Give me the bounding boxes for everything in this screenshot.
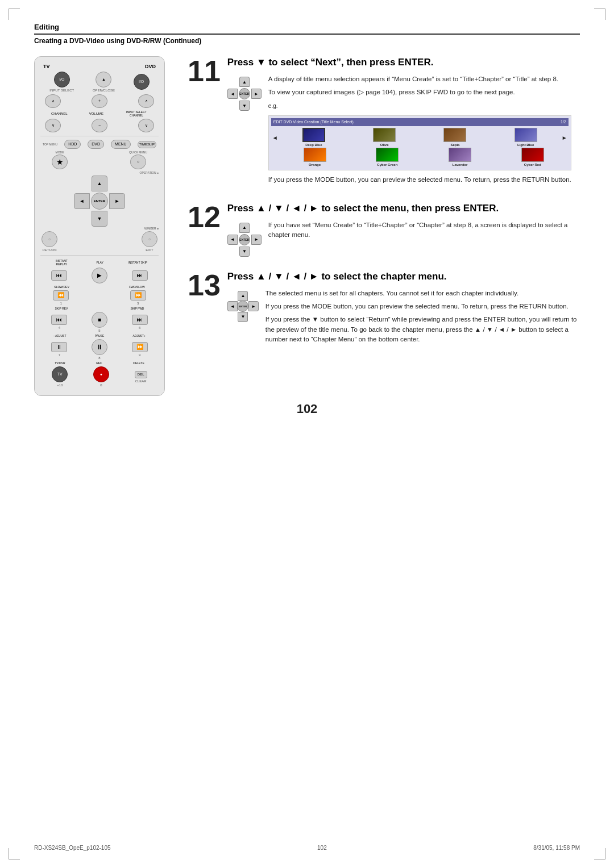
menu-thumb-orange (304, 148, 326, 162)
rec-button[interactable]: ● (93, 366, 109, 382)
step-12-title: Press ▲ / ▼ / ◄ / ► to select the menu, … (227, 202, 580, 215)
input-select-col: I/O INPUT SELECT (49, 72, 74, 92)
row-ch-vol-down: ∨ − ∨ (40, 119, 159, 132)
hdd-button[interactable]: HDD (64, 140, 81, 149)
star-button[interactable]: ★ (52, 155, 68, 169)
adjust-plus-button[interactable]: ⏩ (132, 342, 148, 352)
io-button[interactable]: I/O (54, 72, 70, 87)
step12-dpad-center: ENTER (239, 234, 250, 245)
return-label: RETURN (43, 248, 57, 252)
menu-grid-row2: Orange Cyber Green Lavende (279, 148, 569, 168)
menu-item-orange: Orange (279, 148, 351, 168)
step-12-content: Press ▲ / ▼ / ◄ / ► to select the menu, … (227, 202, 580, 257)
menu-button[interactable]: MENU (111, 140, 131, 149)
right-content: 11 Press ▼ to select “Next”, then press … (188, 56, 580, 396)
dpad-down-button[interactable]: ▼ (92, 211, 107, 227)
stop-button[interactable]: ■ (92, 312, 107, 328)
header-rule (34, 34, 580, 35)
channel-label: CHANNEL (51, 112, 68, 115)
step13-dpad-up: ▲ (238, 291, 248, 301)
step13-dpad-down: ▼ (238, 312, 248, 322)
row-instant-labels: INSTANT REPLAY PLAY INSTANT SKIP (40, 259, 159, 266)
open-close-label: OPEN/CLOSE (93, 89, 115, 92)
enter-button[interactable]: ENTER (91, 193, 108, 210)
instant-skip-button[interactable]: ⏭ (132, 270, 148, 281)
eg-text: e.g. (268, 103, 278, 109)
delete-button[interactable]: DEL (135, 371, 147, 378)
stop-col: ■ 5 (92, 312, 107, 332)
tv-dvr-button[interactable]: TV (52, 366, 68, 382)
step-11-body: ▲ ▼ ◄ ► ENTER A display of title menu se… (227, 74, 580, 189)
skip-fwd-label: SKIP FWD (130, 307, 144, 310)
row-slow-play-fwd: ⏪ 1 ⏩ 3 (40, 290, 159, 305)
pause-button[interactable]: ⏸ (92, 339, 107, 355)
menu-thumb-cyber-red (521, 148, 544, 162)
open-close-button[interactable]: ▲ (96, 72, 111, 87)
menu-nav-area: ◄ Deep Blue Olive (271, 128, 569, 148)
skip-fwd-button[interactable]: ⏭ (132, 315, 148, 325)
tv-dvr-label: TV/DVR (55, 361, 65, 365)
adjust-minus-button[interactable]: ⏸ (51, 342, 67, 352)
return-col: ○ RETURN (42, 231, 57, 252)
row-skip-labels: SKIP REV SKIP FWD (40, 307, 159, 310)
minus-button[interactable]: − (92, 119, 107, 132)
plus-button[interactable]: + (92, 94, 107, 108)
channel-down-button[interactable]: ∨ (45, 119, 61, 132)
step-13-block: 13 Press ▲ / ▼ / ◄ / ► to select the cha… (188, 270, 580, 348)
circle-button[interactable]: ○ (130, 155, 146, 169)
menu-label-sepia: Sepia (450, 143, 459, 148)
main-content: TV DVD I/O INPUT SELECT ▲ OPEN/CLOSE I/O (34, 56, 580, 396)
channel-up-button[interactable]: ∧ (45, 94, 61, 108)
remote-container: TV DVD I/O INPUT SELECT ▲ OPEN/CLOSE I/O (34, 56, 171, 396)
dpad-up-button[interactable]: ▲ (92, 176, 107, 191)
step12-dpad-right: ► (251, 235, 262, 245)
pause-col: ⏸ 8 (92, 339, 107, 360)
dpad-right-button[interactable]: ► (109, 193, 125, 209)
row-mode-quick: MODE ★ QUICK MENU ○ (40, 151, 159, 169)
return-button[interactable]: ○ (42, 231, 57, 247)
step-11-number: 11 (188, 56, 221, 86)
menu-label-light-blue: Light Blue (517, 143, 534, 148)
row-input-open: I/O INPUT SELECT ▲ OPEN/CLOSE I/O (40, 72, 159, 92)
skip-rev-button[interactable]: ⏮ (51, 315, 67, 325)
instant-replay-button[interactable]: ⏮ (51, 270, 67, 281)
row-skip-buttons: ⏮ 4 ■ 5 ⏭ 6 (40, 312, 159, 332)
top-menu-col: TOP MENU (43, 143, 57, 146)
play-button[interactable]: ▶ (92, 268, 107, 283)
exit-button[interactable]: ○ (142, 231, 157, 247)
ch-up-button[interactable]: ∧ (138, 94, 154, 108)
skip-rev-col: ⏮ 4 (51, 315, 67, 329)
row-hdd-dvd: TOP MENU HDD DVD MENU TIMESLIP (40, 140, 159, 149)
step-13-body: ▲ ▼ ◄ ► ENTER The selected menu is set f… (227, 289, 580, 348)
dvd-io-button[interactable]: I/O (134, 74, 150, 90)
instant-replay-label: INSTANT REPLAY (52, 259, 72, 266)
quick-menu-col: QUICK MENU ○ (129, 151, 147, 169)
ch-down-button[interactable]: ∨ (138, 119, 154, 132)
step-13-title: Press ▲ / ▼ / ◄ / ► to select the chapte… (227, 270, 580, 283)
rec-label: REC (96, 361, 102, 365)
remote-control: TV DVD I/O INPUT SELECT ▲ OPEN/CLOSE I/O (34, 56, 165, 396)
menu-grid-row1: Deep Blue Olive Sepia (279, 128, 561, 148)
dvd-button[interactable]: DVD (88, 140, 104, 149)
dpad-area: ▲ ▼ ◄ ► ENTER (40, 176, 159, 227)
fwd-slow-button[interactable]: ⏩ (130, 290, 146, 301)
step-13-para2: If you press the MODE button, you can pr… (265, 302, 580, 311)
step-12-text: If you have set “Menu Create” to “Title+… (268, 220, 580, 244)
dpad-left-button[interactable]: ◄ (74, 193, 90, 209)
step-13-para3: If you press the ▼ button to select “Ret… (265, 315, 580, 344)
slow-rev-label: SLOW/REV (54, 285, 69, 289)
menu-thumb-deep-blue (302, 128, 325, 142)
mini-dpad-up: ▲ (239, 77, 250, 87)
step-11-content: Press ▼ to select “Next”, then press ENT… (227, 56, 580, 189)
number-label: NUMBER ● (40, 227, 159, 230)
step12-dpad-down: ▼ (239, 247, 250, 257)
row-adjust-buttons: ⏸ 7 ⏸ 8 ⏩ 9 (40, 339, 159, 360)
timeslip-button[interactable]: TIMESLIP (138, 141, 156, 148)
step-11-mode-note: If you press the MODE button, you can pr… (268, 175, 571, 185)
step13-dpad-right: ► (248, 301, 259, 311)
row-return-exit: ○ RETURN ○ EXIT (40, 231, 159, 252)
fwd-slow-label: FWD/SLOW (129, 285, 145, 289)
slow-rev-button[interactable]: ⏪ (53, 290, 69, 301)
menu-item-cyber-red: Cyber Red (497, 148, 569, 168)
step-13-text: The selected menu is set for all chapter… (265, 289, 580, 348)
